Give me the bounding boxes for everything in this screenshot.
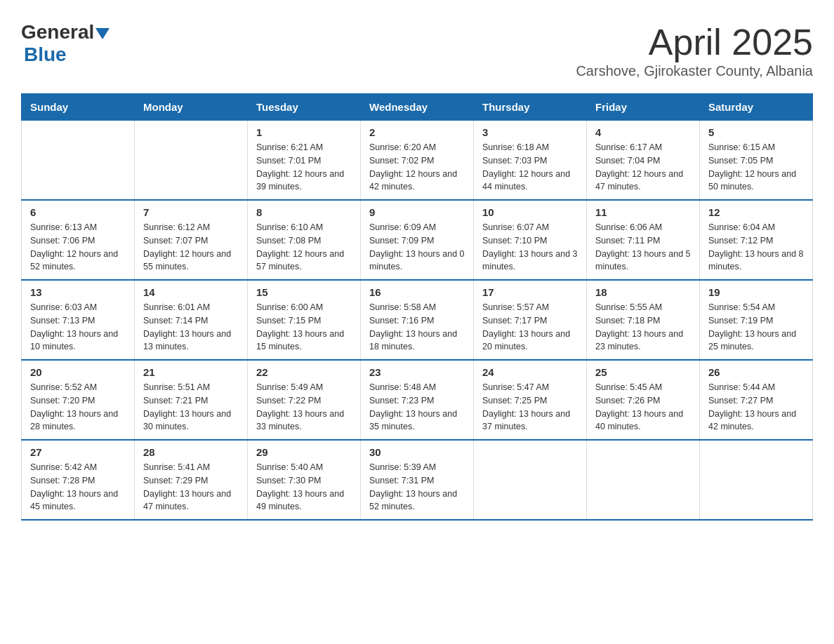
day-number: 19 [708, 286, 804, 298]
sunrise-text: Sunrise: 6:21 AM [256, 141, 352, 154]
daylight-text: Daylight: 13 hours and 47 minutes. [143, 488, 239, 514]
sunset-text: Sunset: 7:14 PM [143, 314, 239, 328]
day-info: Sunrise: 5:39 AMSunset: 7:31 PMDaylight:… [369, 461, 465, 514]
day-number: 15 [256, 286, 352, 298]
day-info: Sunrise: 5:48 AMSunset: 7:23 PMDaylight:… [369, 381, 465, 434]
calendar-cell: 10Sunrise: 6:07 AMSunset: 7:10 PMDayligh… [474, 200, 587, 280]
daylight-text: Daylight: 13 hours and 42 minutes. [708, 408, 804, 434]
daylight-text: Daylight: 13 hours and 5 minutes. [595, 248, 691, 274]
day-info: Sunrise: 6:04 AMSunset: 7:12 PMDaylight:… [708, 221, 804, 274]
page-header: General Blue April 2025 Carshove, Gjirok… [21, 21, 813, 79]
day-number: 16 [369, 286, 465, 298]
sunset-text: Sunset: 7:27 PM [708, 394, 804, 408]
day-number: 25 [595, 366, 691, 378]
day-info: Sunrise: 6:21 AMSunset: 7:01 PMDaylight:… [256, 141, 352, 194]
sunrise-text: Sunrise: 5:54 AM [708, 301, 804, 314]
sunset-text: Sunset: 7:05 PM [708, 154, 804, 168]
calendar-cell: 26Sunrise: 5:44 AMSunset: 7:27 PMDayligh… [700, 360, 813, 440]
header-saturday: Saturday [700, 94, 813, 121]
calendar-cell: 25Sunrise: 5:45 AMSunset: 7:26 PMDayligh… [587, 360, 700, 440]
daylight-text: Daylight: 13 hours and 8 minutes. [708, 248, 804, 274]
day-number: 20 [30, 366, 126, 378]
sunset-text: Sunset: 7:11 PM [595, 234, 691, 248]
calendar-cell: 19Sunrise: 5:54 AMSunset: 7:19 PMDayligh… [700, 280, 813, 360]
sunrise-text: Sunrise: 5:51 AM [143, 381, 239, 394]
sunset-text: Sunset: 7:26 PM [595, 394, 691, 408]
day-info: Sunrise: 5:40 AMSunset: 7:30 PMDaylight:… [256, 461, 352, 514]
calendar-cell [700, 440, 813, 520]
day-number: 17 [482, 286, 578, 298]
day-info: Sunrise: 5:54 AMSunset: 7:19 PMDaylight:… [708, 301, 804, 354]
daylight-text: Daylight: 12 hours and 55 minutes. [143, 248, 239, 274]
day-number: 28 [143, 446, 239, 458]
sunrise-text: Sunrise: 6:10 AM [256, 221, 352, 234]
day-info: Sunrise: 5:58 AMSunset: 7:16 PMDaylight:… [369, 301, 465, 354]
sunset-text: Sunset: 7:01 PM [256, 154, 352, 168]
daylight-text: Daylight: 12 hours and 50 minutes. [708, 168, 804, 194]
sunset-text: Sunset: 7:12 PM [708, 234, 804, 248]
calendar-cell: 24Sunrise: 5:47 AMSunset: 7:25 PMDayligh… [474, 360, 587, 440]
day-number: 7 [143, 206, 239, 218]
sunrise-text: Sunrise: 6:09 AM [369, 221, 465, 234]
daylight-text: Daylight: 13 hours and 15 minutes. [256, 328, 352, 354]
daylight-text: Daylight: 12 hours and 44 minutes. [482, 168, 578, 194]
sunset-text: Sunset: 7:20 PM [30, 394, 126, 408]
calendar-cell: 3Sunrise: 6:18 AMSunset: 7:03 PMDaylight… [474, 121, 587, 201]
sunrise-text: Sunrise: 6:06 AM [595, 221, 691, 234]
sunset-text: Sunset: 7:18 PM [595, 314, 691, 328]
day-number: 1 [256, 126, 352, 138]
day-number: 26 [708, 366, 804, 378]
day-number: 10 [482, 206, 578, 218]
calendar-cell: 22Sunrise: 5:49 AMSunset: 7:22 PMDayligh… [248, 360, 361, 440]
logo-triangle-icon [95, 28, 110, 39]
sunset-text: Sunset: 7:29 PM [143, 474, 239, 488]
daylight-text: Daylight: 13 hours and 10 minutes. [30, 328, 126, 354]
sunset-text: Sunset: 7:09 PM [369, 234, 465, 248]
sunrise-text: Sunrise: 5:39 AM [369, 461, 465, 474]
calendar-header-row: SundayMondayTuesdayWednesdayThursdayFrid… [22, 94, 813, 121]
day-info: Sunrise: 6:06 AMSunset: 7:11 PMDaylight:… [595, 221, 691, 274]
sunrise-text: Sunrise: 5:45 AM [595, 381, 691, 394]
calendar-week-3: 13Sunrise: 6:03 AMSunset: 7:13 PMDayligh… [22, 280, 813, 360]
day-number: 2 [369, 126, 465, 138]
sunrise-text: Sunrise: 6:07 AM [482, 221, 578, 234]
calendar-cell: 17Sunrise: 5:57 AMSunset: 7:17 PMDayligh… [474, 280, 587, 360]
sunrise-text: Sunrise: 6:17 AM [595, 141, 691, 154]
calendar-cell: 29Sunrise: 5:40 AMSunset: 7:30 PMDayligh… [248, 440, 361, 520]
calendar-week-5: 27Sunrise: 5:42 AMSunset: 7:28 PMDayligh… [22, 440, 813, 520]
day-info: Sunrise: 6:17 AMSunset: 7:04 PMDaylight:… [595, 141, 691, 194]
sunset-text: Sunset: 7:13 PM [30, 314, 126, 328]
calendar-cell [474, 440, 587, 520]
day-number: 18 [595, 286, 691, 298]
daylight-text: Daylight: 12 hours and 39 minutes. [256, 168, 352, 194]
sunset-text: Sunset: 7:17 PM [482, 314, 578, 328]
page-title: April 2025 [576, 21, 813, 63]
day-info: Sunrise: 5:51 AMSunset: 7:21 PMDaylight:… [143, 381, 239, 434]
day-number: 27 [30, 446, 126, 458]
sunrise-text: Sunrise: 6:03 AM [30, 301, 126, 314]
sunset-text: Sunset: 7:23 PM [369, 394, 465, 408]
daylight-text: Daylight: 12 hours and 42 minutes. [369, 168, 465, 194]
day-info: Sunrise: 5:44 AMSunset: 7:27 PMDaylight:… [708, 381, 804, 434]
calendar-cell [587, 440, 700, 520]
day-info: Sunrise: 5:45 AMSunset: 7:26 PMDaylight:… [595, 381, 691, 434]
sunrise-text: Sunrise: 5:57 AM [482, 301, 578, 314]
day-info: Sunrise: 5:47 AMSunset: 7:25 PMDaylight:… [482, 381, 578, 434]
sunset-text: Sunset: 7:22 PM [256, 394, 352, 408]
day-number: 4 [595, 126, 691, 138]
sunrise-text: Sunrise: 6:12 AM [143, 221, 239, 234]
day-number: 23 [369, 366, 465, 378]
sunrise-text: Sunrise: 5:44 AM [708, 381, 804, 394]
sunrise-text: Sunrise: 5:47 AM [482, 381, 578, 394]
sunrise-text: Sunrise: 5:58 AM [369, 301, 465, 314]
daylight-text: Daylight: 13 hours and 3 minutes. [482, 248, 578, 274]
calendar-cell: 7Sunrise: 6:12 AMSunset: 7:07 PMDaylight… [135, 200, 248, 280]
header-monday: Monday [135, 94, 248, 121]
sunrise-text: Sunrise: 6:04 AM [708, 221, 804, 234]
calendar-cell: 16Sunrise: 5:58 AMSunset: 7:16 PMDayligh… [361, 280, 474, 360]
calendar-cell: 27Sunrise: 5:42 AMSunset: 7:28 PMDayligh… [22, 440, 135, 520]
day-number: 6 [30, 206, 126, 218]
daylight-text: Daylight: 12 hours and 52 minutes. [30, 248, 126, 274]
sunrise-text: Sunrise: 6:18 AM [482, 141, 578, 154]
daylight-text: Daylight: 13 hours and 45 minutes. [30, 488, 126, 514]
